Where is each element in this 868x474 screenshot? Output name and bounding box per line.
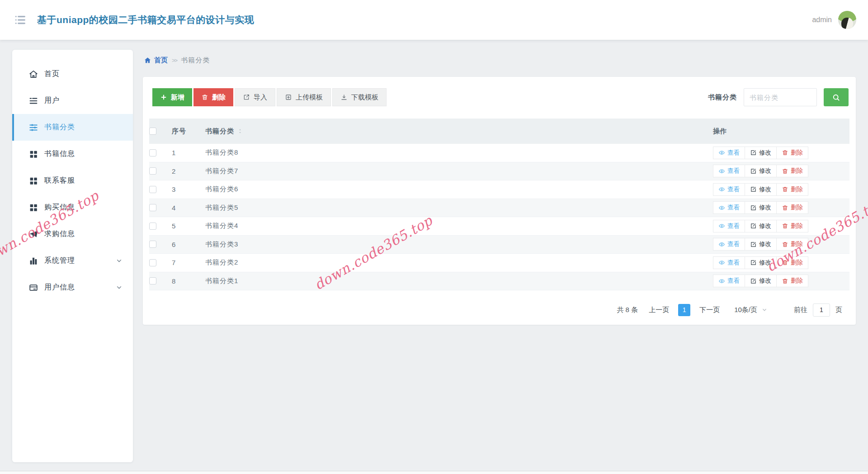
eye-icon bbox=[718, 204, 725, 211]
sidebar-item-8[interactable]: 系统管理 bbox=[12, 247, 133, 274]
sidebar-item-4[interactable]: 书籍信息 bbox=[12, 141, 133, 167]
view-button[interactable]: 查看 bbox=[713, 275, 745, 287]
trash-icon bbox=[782, 186, 788, 193]
page-size-select[interactable]: 10条/页 bbox=[734, 306, 768, 314]
row-checkbox[interactable] bbox=[149, 149, 156, 156]
row-index: 6 bbox=[172, 241, 205, 248]
row-delete-button[interactable]: 删除 bbox=[776, 256, 808, 269]
sliders-icon bbox=[28, 123, 38, 133]
edit-icon bbox=[750, 241, 757, 248]
view-button[interactable]: 查看 bbox=[713, 165, 745, 177]
sidebar-item-6[interactable]: 购买信息 bbox=[12, 194, 133, 221]
download-template-button[interactable]: 下载模板 bbox=[332, 88, 387, 106]
eye-icon bbox=[718, 168, 725, 175]
view-button[interactable]: 查看 bbox=[713, 147, 745, 159]
row-checkbox[interactable] bbox=[149, 186, 156, 193]
view-button[interactable]: 查看 bbox=[713, 201, 745, 214]
sidebar-item-5[interactable]: 联系客服 bbox=[12, 167, 133, 194]
eye-icon bbox=[718, 186, 725, 193]
edit-icon bbox=[750, 223, 757, 229]
trash-icon bbox=[782, 259, 788, 266]
eye-icon bbox=[718, 149, 725, 156]
row-index: 1 bbox=[172, 149, 205, 156]
view-button[interactable]: 查看 bbox=[713, 238, 745, 251]
row-category: 书籍分类3 bbox=[205, 240, 713, 249]
edit-button[interactable]: 修改 bbox=[745, 220, 777, 232]
view-button[interactable]: 查看 bbox=[713, 183, 745, 196]
row-category: 书籍分类6 bbox=[205, 185, 713, 194]
add-button[interactable]: 新增 bbox=[152, 88, 192, 106]
row-delete-button[interactable]: 删除 bbox=[776, 201, 808, 214]
edit-button[interactable]: 修改 bbox=[745, 275, 777, 287]
row-checkbox[interactable] bbox=[149, 204, 156, 211]
row-delete-button[interactable]: 删除 bbox=[776, 165, 808, 177]
eye-icon bbox=[718, 223, 725, 229]
edit-button[interactable]: 修改 bbox=[745, 183, 777, 196]
row-category: 书籍分类2 bbox=[205, 258, 713, 267]
search-button[interactable] bbox=[824, 88, 849, 106]
sidebar-item-3[interactable]: 书籍分类 bbox=[12, 114, 133, 141]
prev-page-button[interactable]: 上一页 bbox=[649, 306, 669, 314]
page-number-active[interactable]: 1 bbox=[678, 304, 690, 316]
sidebar-toggle-icon[interactable] bbox=[14, 13, 27, 27]
edit-button[interactable]: 修改 bbox=[745, 147, 777, 159]
row-checkbox[interactable] bbox=[149, 241, 156, 248]
goto-label: 前往 bbox=[794, 306, 807, 314]
sidebar-item-2[interactable]: 用户 bbox=[12, 87, 133, 114]
edit-icon bbox=[750, 204, 757, 211]
chevron-down-icon bbox=[761, 307, 768, 313]
row-checkbox[interactable] bbox=[149, 277, 156, 284]
header-actions: 操作 bbox=[713, 127, 849, 136]
goto-unit: 页 bbox=[835, 306, 842, 314]
breadcrumb-home[interactable]: 首页 bbox=[144, 56, 168, 65]
row-delete-button[interactable]: 删除 bbox=[776, 275, 808, 287]
goto-page-input[interactable] bbox=[813, 303, 830, 317]
upload-template-button[interactable]: 上传模板 bbox=[277, 88, 331, 106]
pagination: 共 8 条 上一页 1 下一页 10条/页 前往 页 bbox=[617, 303, 842, 317]
grid-icon bbox=[28, 176, 38, 186]
trash-icon bbox=[201, 94, 208, 101]
row-checkbox[interactable] bbox=[149, 167, 156, 175]
row-delete-button[interactable]: 删除 bbox=[776, 183, 808, 196]
breadcrumb-separator: >> bbox=[172, 57, 177, 64]
table-row: 6 书籍分类3 查看 修改 删除 bbox=[149, 236, 849, 254]
sidebar-item-7[interactable]: 求购信息 bbox=[12, 221, 133, 247]
import-button[interactable]: 导入 bbox=[235, 88, 275, 106]
edit-icon bbox=[750, 186, 757, 193]
edit-icon bbox=[750, 168, 757, 175]
header-user-area: admin bbox=[812, 11, 856, 29]
sidebar-item-label: 购买信息 bbox=[44, 203, 75, 212]
trash-icon bbox=[782, 223, 788, 229]
grid-icon bbox=[28, 149, 38, 159]
eye-icon bbox=[718, 278, 725, 284]
avatar[interactable] bbox=[838, 11, 856, 29]
row-category: 书籍分类1 bbox=[205, 277, 713, 285]
edit-button[interactable]: 修改 bbox=[745, 256, 777, 269]
view-button[interactable]: 查看 bbox=[713, 256, 745, 269]
chevron-down-icon bbox=[115, 257, 123, 265]
delete-button[interactable]: 删除 bbox=[193, 88, 233, 106]
view-button[interactable]: 查看 bbox=[713, 220, 745, 232]
edit-button[interactable]: 修改 bbox=[745, 165, 777, 177]
edit-button[interactable]: 修改 bbox=[745, 238, 777, 251]
row-delete-button[interactable]: 删除 bbox=[776, 238, 808, 251]
table-body: 1 书籍分类8 查看 修改 删除 2 书籍分类7 bbox=[149, 144, 849, 290]
search-input[interactable] bbox=[744, 88, 817, 106]
eye-icon bbox=[718, 259, 725, 266]
select-all-checkbox[interactable] bbox=[149, 128, 156, 135]
edit-button[interactable]: 修改 bbox=[745, 201, 777, 214]
sidebar-item-9[interactable]: 用户信息 bbox=[12, 274, 133, 301]
row-delete-button[interactable]: 删除 bbox=[776, 220, 808, 232]
sidebar-item-1[interactable]: 首页 bbox=[12, 61, 133, 87]
sort-icon[interactable] bbox=[237, 128, 243, 135]
row-delete-button[interactable]: 删除 bbox=[776, 147, 808, 159]
row-checkbox[interactable] bbox=[149, 259, 156, 266]
row-category: 书籍分类8 bbox=[205, 148, 713, 157]
search-icon bbox=[832, 93, 840, 102]
breadcrumb-current: 书籍分类 bbox=[181, 56, 210, 65]
header-index: 序号 bbox=[172, 127, 205, 136]
home-icon bbox=[28, 69, 38, 79]
menu-lines-icon bbox=[28, 96, 38, 106]
next-page-button[interactable]: 下一页 bbox=[699, 306, 720, 314]
row-checkbox[interactable] bbox=[149, 223, 156, 230]
